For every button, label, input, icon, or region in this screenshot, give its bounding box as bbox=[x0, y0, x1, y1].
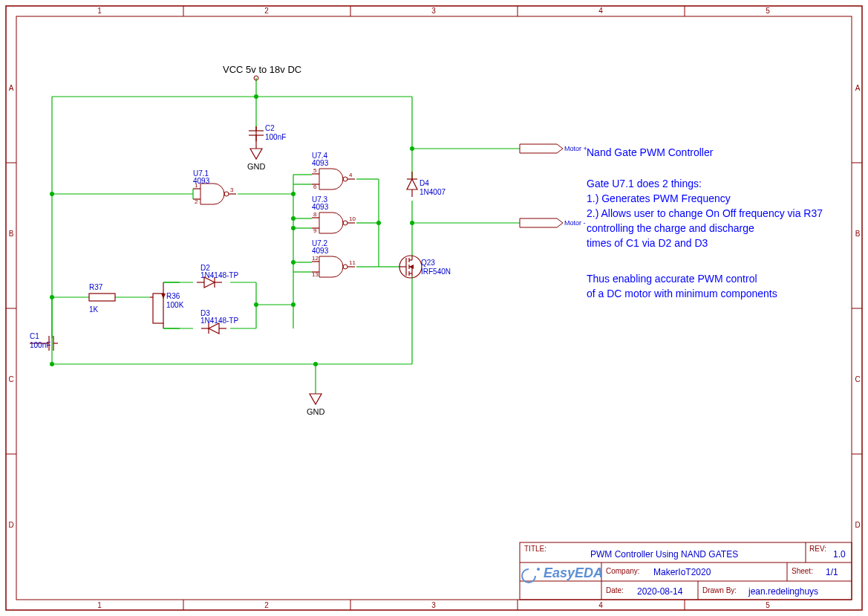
gate-u7-2: 12 13 11 U7.2 4093 bbox=[312, 239, 356, 278]
svg-text:4093: 4093 bbox=[312, 159, 329, 167]
notes: Nand Gate PWM Controller Gate U7.1 does … bbox=[587, 146, 823, 299]
svg-text:1N4007: 1N4007 bbox=[420, 188, 446, 196]
svg-text:TITLE:: TITLE: bbox=[524, 545, 546, 553]
svg-text:3: 3 bbox=[431, 601, 436, 609]
svg-text:1N4148-TP: 1N4148-TP bbox=[200, 317, 238, 325]
svg-text:B: B bbox=[855, 230, 861, 238]
svg-text:12: 12 bbox=[312, 255, 319, 262]
junctions bbox=[50, 94, 414, 366]
svg-text:A: A bbox=[9, 84, 14, 92]
svg-text:jean.redelinghuys: jean.redelinghuys bbox=[748, 586, 818, 597]
svg-marker-133 bbox=[161, 294, 166, 299]
svg-text:MakerIoT2020: MakerIoT2020 bbox=[653, 567, 711, 577]
vcc-label: VCC 5v to 18v DC bbox=[223, 64, 301, 80]
svg-text:1K: 1K bbox=[89, 305, 99, 314]
diode-d2: D2 1N4148-TP bbox=[197, 264, 238, 288]
svg-text:6: 6 bbox=[313, 184, 317, 190]
svg-text:1.) Generates PWM Frequency: 1.) Generates PWM Frequency bbox=[587, 192, 731, 204]
svg-point-83 bbox=[313, 362, 318, 366]
svg-text:10: 10 bbox=[349, 215, 356, 222]
svg-text:times of C1 via D2 and D3: times of C1 via D2 and D3 bbox=[587, 237, 708, 249]
svg-point-79 bbox=[376, 221, 381, 225]
svg-text:4093: 4093 bbox=[312, 247, 329, 255]
svg-text:1N4148-TP: 1N4148-TP bbox=[200, 271, 238, 279]
svg-text:Sheet:: Sheet: bbox=[792, 567, 813, 575]
svg-marker-87 bbox=[250, 149, 262, 159]
wiring bbox=[52, 78, 520, 394]
port-motor-minus: Motor - bbox=[520, 218, 586, 227]
svg-text:4: 4 bbox=[598, 7, 603, 15]
svg-text:3: 3 bbox=[431, 7, 436, 15]
svg-text:2: 2 bbox=[195, 198, 198, 205]
svg-point-75 bbox=[291, 216, 296, 221]
svg-marker-165 bbox=[520, 218, 563, 227]
svg-text:controlling the charge and dis: controlling the charge and discharge bbox=[587, 222, 754, 234]
gate-u7-4: 5 6 4 U7.4 4093 bbox=[312, 152, 355, 190]
svg-text:5: 5 bbox=[313, 167, 317, 174]
title-block: TITLE: PWM Controller Using NAND GATES R… bbox=[520, 542, 852, 600]
svg-point-76 bbox=[291, 226, 296, 230]
svg-text:1/1: 1/1 bbox=[826, 567, 838, 577]
schematic-sheet: 12345 12345 ABCD ABCD bbox=[0, 0, 868, 616]
svg-rect-127 bbox=[89, 294, 115, 301]
gnd-bottom: GND bbox=[307, 394, 325, 416]
svg-text:R37: R37 bbox=[89, 283, 103, 291]
svg-text:D: D bbox=[8, 521, 13, 529]
svg-text:9: 9 bbox=[313, 227, 317, 234]
gate-u7-1: 1 2 3 U7.1 4093 bbox=[193, 169, 236, 205]
svg-text:Company:: Company: bbox=[606, 567, 640, 575]
svg-text:1: 1 bbox=[97, 601, 102, 609]
port-motor-plus: Motor + bbox=[520, 144, 587, 153]
svg-rect-1 bbox=[16, 16, 852, 600]
svg-text:2: 2 bbox=[264, 7, 269, 15]
svg-text:Drawn By:: Drawn By: bbox=[702, 586, 737, 594]
svg-point-80 bbox=[410, 146, 414, 151]
svg-text:D4: D4 bbox=[420, 179, 429, 187]
svg-text:8: 8 bbox=[313, 211, 317, 218]
svg-text:Date:: Date: bbox=[606, 586, 624, 594]
svg-text:REV:: REV: bbox=[809, 545, 826, 553]
diode-d4-label: D4 1N4007 bbox=[420, 179, 446, 196]
svg-text:4093: 4093 bbox=[193, 177, 210, 185]
schematic-svg: 12345 12345 ABCD ABCD bbox=[0, 0, 868, 616]
svg-marker-163 bbox=[520, 144, 563, 153]
svg-marker-89 bbox=[310, 394, 322, 404]
svg-text:4: 4 bbox=[598, 601, 603, 609]
svg-text:Nand Gate PWM Controller: Nand Gate PWM Controller bbox=[587, 146, 714, 158]
svg-text:B: B bbox=[9, 230, 14, 238]
svg-text:GND: GND bbox=[247, 162, 266, 171]
resistor-r37: R37 1K bbox=[89, 283, 115, 314]
svg-text:A: A bbox=[855, 84, 861, 92]
svg-text:1.0: 1.0 bbox=[833, 549, 846, 560]
svg-point-73 bbox=[50, 295, 54, 299]
potentiometer-r36: R36 100K bbox=[150, 282, 184, 328]
svg-text:Motor -: Motor - bbox=[564, 219, 586, 227]
svg-text:3: 3 bbox=[230, 187, 234, 193]
mosfet-q23: Q23 IRF540N bbox=[399, 256, 451, 278]
svg-text:C2: C2 bbox=[265, 124, 275, 132]
svg-text:4093: 4093 bbox=[312, 203, 329, 211]
svg-point-186 bbox=[537, 568, 540, 571]
capacitor-c1: C1 100nF bbox=[30, 332, 58, 351]
vcc-text: VCC 5v to 18v DC bbox=[223, 64, 301, 75]
svg-text:GND: GND bbox=[307, 407, 325, 416]
diode-d3-label: D3 1N4148-TP bbox=[200, 309, 238, 325]
svg-text:2: 2 bbox=[264, 601, 269, 609]
svg-point-77 bbox=[291, 260, 296, 265]
svg-text:IRF540N: IRF540N bbox=[421, 268, 451, 276]
svg-text:13: 13 bbox=[312, 271, 319, 278]
svg-text:2.) Allows user to change On O: 2.) Allows user to change On Off frequen… bbox=[587, 207, 823, 219]
svg-text:11: 11 bbox=[349, 259, 356, 266]
gnd-top: GND bbox=[247, 126, 266, 171]
svg-text:EasyEDA: EasyEDA bbox=[544, 565, 603, 580]
svg-text:2020-08-14: 2020-08-14 bbox=[637, 586, 683, 597]
svg-text:D: D bbox=[855, 521, 860, 529]
diode-d3 bbox=[201, 323, 226, 334]
svg-point-74 bbox=[291, 192, 296, 196]
svg-text:5: 5 bbox=[766, 601, 770, 609]
svg-point-82 bbox=[254, 302, 258, 307]
svg-text:C: C bbox=[8, 375, 13, 383]
svg-text:Thus enabling accurate PWM con: Thus enabling accurate PWM control bbox=[587, 273, 757, 285]
svg-text:Q23: Q23 bbox=[421, 259, 435, 267]
easyeda-logo: EasyEDA bbox=[522, 565, 603, 583]
